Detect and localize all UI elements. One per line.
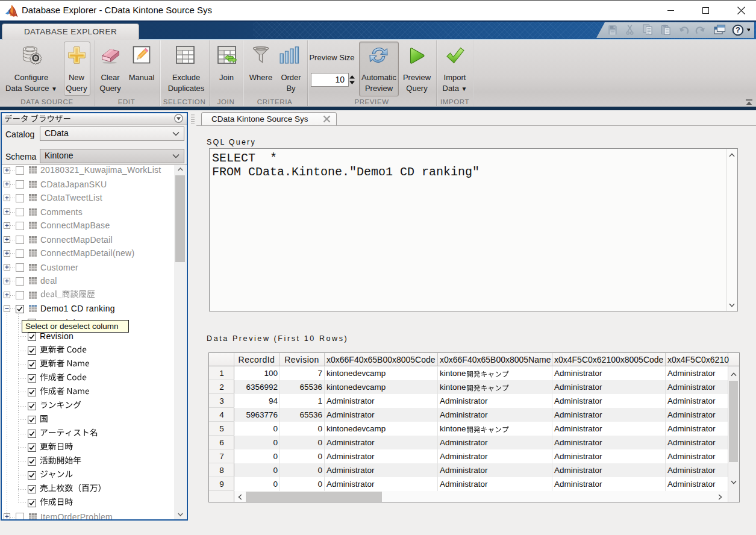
svg-text:?: ? xyxy=(736,25,740,34)
